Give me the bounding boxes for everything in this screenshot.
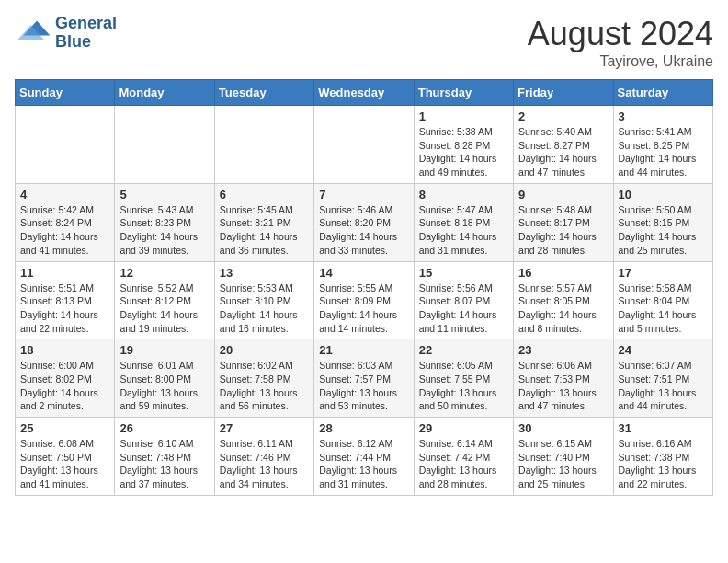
day-info: Sunrise: 5:57 AM Sunset: 8:05 PM Dayligh… (518, 282, 608, 336)
week-row-3: 11Sunrise: 5:51 AM Sunset: 8:13 PM Dayli… (16, 261, 713, 339)
day-info: Sunrise: 5:52 AM Sunset: 8:12 PM Dayligh… (119, 282, 209, 336)
day-info: Sunrise: 6:15 AM Sunset: 7:40 PM Dayligh… (518, 437, 608, 491)
weekday-header-wednesday: Wednesday (314, 80, 414, 106)
day-info: Sunrise: 6:16 AM Sunset: 7:38 PM Dayligh… (619, 437, 708, 491)
day-info: Sunrise: 5:42 AM Sunset: 8:24 PM Dayligh… (20, 203, 109, 258)
day-number: 8 (419, 188, 508, 201)
calendar-cell: 16Sunrise: 5:57 AM Sunset: 8:05 PM Dayli… (514, 261, 613, 339)
day-number: 31 (619, 421, 708, 435)
day-info: Sunrise: 5:48 AM Sunset: 8:17 PM Dayligh… (518, 203, 608, 258)
day-number: 5 (119, 188, 209, 201)
weekday-header-monday: Monday (115, 80, 214, 106)
weekday-header-thursday: Thursday (414, 80, 513, 106)
day-number: 7 (319, 188, 408, 201)
calendar-cell: 9Sunrise: 5:48 AM Sunset: 8:17 PM Daylig… (514, 183, 613, 261)
calendar-cell: 18Sunrise: 6:00 AM Sunset: 8:02 PM Dayli… (16, 339, 115, 418)
day-number: 27 (220, 421, 309, 435)
calendar-cell (314, 106, 414, 184)
calendar-cell: 5Sunrise: 5:43 AM Sunset: 8:23 PM Daylig… (115, 183, 214, 261)
day-info: Sunrise: 6:03 AM Sunset: 7:57 PM Dayligh… (319, 359, 408, 413)
calendar-table: SundayMondayTuesdayWednesdayThursdayFrid… (15, 79, 713, 496)
day-number: 21 (319, 343, 408, 357)
day-info: Sunrise: 5:47 AM Sunset: 8:18 PM Dayligh… (419, 203, 508, 258)
calendar-cell (214, 106, 313, 184)
day-number: 30 (518, 421, 608, 435)
title-block: August 2024 Tayirove, Ukraine (528, 15, 713, 70)
week-row-1: 1Sunrise: 5:38 AM Sunset: 8:28 PM Daylig… (16, 106, 713, 184)
day-number: 15 (419, 266, 508, 280)
calendar-cell: 29Sunrise: 6:14 AM Sunset: 7:42 PM Dayli… (414, 418, 513, 496)
weekday-header-friday: Friday (514, 80, 613, 106)
day-number: 28 (319, 421, 408, 435)
calendar-cell: 20Sunrise: 6:02 AM Sunset: 7:58 PM Dayli… (214, 339, 313, 418)
day-number: 4 (20, 188, 109, 201)
calendar-cell: 14Sunrise: 5:55 AM Sunset: 8:09 PM Dayli… (314, 261, 414, 339)
calendar-cell: 19Sunrise: 6:01 AM Sunset: 8:00 PM Dayli… (115, 339, 214, 418)
day-number: 14 (319, 266, 408, 280)
day-number: 17 (619, 266, 708, 280)
calendar-cell: 11Sunrise: 5:51 AM Sunset: 8:13 PM Dayli… (16, 261, 115, 339)
day-info: Sunrise: 6:02 AM Sunset: 7:58 PM Dayligh… (220, 359, 309, 413)
calendar-cell: 22Sunrise: 6:05 AM Sunset: 7:55 PM Dayli… (414, 339, 513, 418)
day-number: 19 (119, 343, 209, 357)
calendar-cell: 13Sunrise: 5:53 AM Sunset: 8:10 PM Dayli… (214, 261, 313, 339)
week-row-4: 18Sunrise: 6:00 AM Sunset: 8:02 PM Dayli… (16, 339, 713, 418)
logo: General Blue (15, 15, 117, 52)
calendar-cell: 30Sunrise: 6:15 AM Sunset: 7:40 PM Dayli… (514, 418, 613, 496)
weekday-header-sunday: Sunday (16, 80, 115, 106)
day-number: 12 (119, 266, 209, 280)
calendar-cell: 21Sunrise: 6:03 AM Sunset: 7:57 PM Dayli… (314, 339, 414, 418)
logo-text: General Blue (55, 15, 117, 52)
day-info: Sunrise: 5:45 AM Sunset: 8:21 PM Dayligh… (220, 203, 309, 258)
day-number: 1 (419, 109, 508, 123)
calendar-cell: 26Sunrise: 6:10 AM Sunset: 7:48 PM Dayli… (115, 418, 214, 496)
weekday-header-tuesday: Tuesday (214, 80, 313, 106)
day-number: 16 (518, 266, 608, 280)
calendar-cell: 1Sunrise: 5:38 AM Sunset: 8:28 PM Daylig… (414, 106, 513, 184)
calendar-cell: 24Sunrise: 6:07 AM Sunset: 7:51 PM Dayli… (613, 339, 712, 418)
day-number: 6 (220, 188, 309, 201)
day-info: Sunrise: 5:58 AM Sunset: 8:04 PM Dayligh… (619, 282, 708, 336)
day-info: Sunrise: 6:01 AM Sunset: 8:00 PM Dayligh… (119, 359, 209, 413)
day-number: 10 (619, 188, 708, 201)
calendar-cell: 12Sunrise: 5:52 AM Sunset: 8:12 PM Dayli… (115, 261, 214, 339)
calendar-cell: 2Sunrise: 5:40 AM Sunset: 8:27 PM Daylig… (514, 106, 613, 184)
day-number: 22 (419, 343, 508, 357)
day-number: 26 (119, 421, 209, 435)
calendar-cell: 17Sunrise: 5:58 AM Sunset: 8:04 PM Dayli… (613, 261, 712, 339)
day-info: Sunrise: 5:46 AM Sunset: 8:20 PM Dayligh… (319, 203, 408, 258)
day-info: Sunrise: 6:05 AM Sunset: 7:55 PM Dayligh… (419, 359, 508, 413)
day-info: Sunrise: 6:12 AM Sunset: 7:44 PM Dayligh… (319, 437, 408, 491)
day-info: Sunrise: 6:07 AM Sunset: 7:51 PM Dayligh… (619, 359, 708, 413)
day-info: Sunrise: 5:40 AM Sunset: 8:27 PM Dayligh… (518, 125, 608, 179)
calendar-cell (115, 106, 214, 184)
calendar-cell: 15Sunrise: 5:56 AM Sunset: 8:07 PM Dayli… (414, 261, 513, 339)
calendar-cell (16, 106, 115, 184)
day-info: Sunrise: 6:00 AM Sunset: 8:02 PM Dayligh… (20, 359, 109, 413)
day-number: 29 (419, 421, 508, 435)
week-row-5: 25Sunrise: 6:08 AM Sunset: 7:50 PM Dayli… (16, 418, 713, 496)
calendar-cell: 27Sunrise: 6:11 AM Sunset: 7:46 PM Dayli… (214, 418, 313, 496)
day-info: Sunrise: 6:14 AM Sunset: 7:42 PM Dayligh… (419, 437, 508, 491)
page-header: General Blue August 2024 Tayirove, Ukrai… (15, 15, 713, 70)
day-number: 25 (20, 421, 109, 435)
calendar-cell: 25Sunrise: 6:08 AM Sunset: 7:50 PM Dayli… (16, 418, 115, 496)
logo-icon (15, 15, 51, 52)
day-info: Sunrise: 5:51 AM Sunset: 8:13 PM Dayligh… (20, 282, 109, 336)
day-info: Sunrise: 6:10 AM Sunset: 7:48 PM Dayligh… (119, 437, 209, 491)
day-number: 2 (518, 109, 608, 123)
day-info: Sunrise: 5:50 AM Sunset: 8:15 PM Dayligh… (619, 203, 708, 258)
day-info: Sunrise: 6:08 AM Sunset: 7:50 PM Dayligh… (20, 437, 109, 491)
weekday-header-saturday: Saturday (613, 80, 712, 106)
day-info: Sunrise: 5:38 AM Sunset: 8:28 PM Dayligh… (419, 125, 508, 179)
calendar-cell: 7Sunrise: 5:46 AM Sunset: 8:20 PM Daylig… (314, 183, 414, 261)
day-info: Sunrise: 6:06 AM Sunset: 7:53 PM Dayligh… (518, 359, 608, 413)
day-number: 23 (518, 343, 608, 357)
calendar-cell: 8Sunrise: 5:47 AM Sunset: 8:18 PM Daylig… (414, 183, 513, 261)
calendar-cell: 4Sunrise: 5:42 AM Sunset: 8:24 PM Daylig… (16, 183, 115, 261)
location: Tayirove, Ukraine (528, 53, 713, 70)
calendar-cell: 28Sunrise: 6:12 AM Sunset: 7:44 PM Dayli… (314, 418, 414, 496)
day-info: Sunrise: 5:53 AM Sunset: 8:10 PM Dayligh… (220, 282, 309, 336)
month-title: August 2024 (528, 15, 713, 53)
calendar-cell: 3Sunrise: 5:41 AM Sunset: 8:25 PM Daylig… (613, 106, 712, 184)
